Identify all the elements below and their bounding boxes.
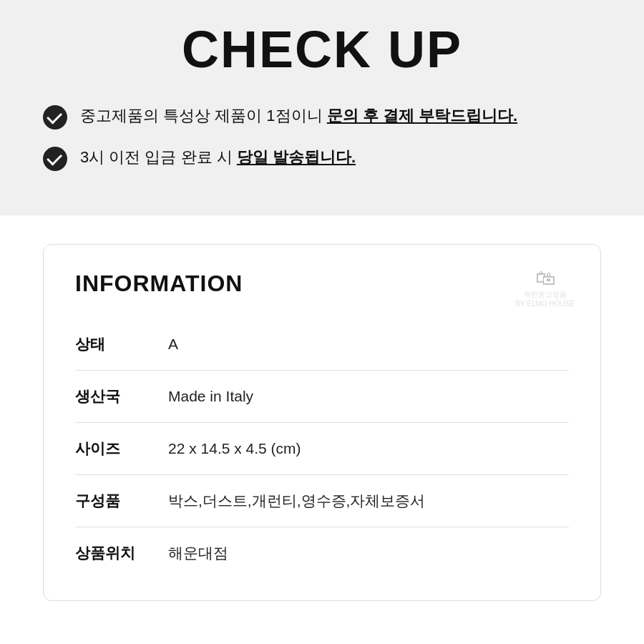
- table-row: 상태A: [75, 318, 569, 371]
- info-card: INFORMATION 🛍 착한중고명품 BY ELMO HOUSE 상태A생산…: [43, 244, 601, 601]
- check-icon-1: [43, 105, 67, 130]
- row-value-3: 박스,더스트,개런티,영수증,자체보증서: [168, 475, 569, 527]
- table-row: 구성품박스,더스트,개런티,영수증,자체보증서: [75, 475, 569, 527]
- check-icon-2: [43, 147, 67, 171]
- checklist-text-2: 3시 이전 입금 완료 시 당일 발송됩니다.: [80, 145, 356, 169]
- checklist: 중고제품의 특성상 제품이 1점이니 문의 후 결제 부탁드립니다. 3시 이전…: [43, 104, 601, 171]
- checklist-item-1: 중고제품의 특성상 제품이 1점이니 문의 후 결제 부탁드립니다.: [43, 104, 601, 130]
- page-title: CHECK UP: [43, 21, 601, 78]
- info-section: INFORMATION 🛍 착한중고명품 BY ELMO HOUSE 상태A생산…: [0, 215, 644, 630]
- row-value-2: 22 x 14.5 x 4.5 (cm): [168, 423, 569, 475]
- checklist-text-before-1: 중고제품의 특성상 제품이 1점이니: [80, 107, 327, 125]
- watermark: 🛍 착한중고명품 BY ELMO HOUSE: [515, 266, 575, 308]
- table-row: 사이즈22 x 14.5 x 4.5 (cm): [75, 423, 569, 475]
- watermark-line1: 착한중고명품: [515, 290, 575, 300]
- row-value-1: Made in Italy: [168, 371, 569, 423]
- checklist-text-bold-2: 당일 발송됩니다.: [237, 148, 356, 166]
- checklist-text-bold-1: 문의 후 결제 부탁드립니다.: [327, 107, 517, 125]
- row-label-1: 생산국: [75, 371, 168, 423]
- info-title: INFORMATION: [75, 270, 569, 297]
- row-label-4: 상품위치: [75, 527, 168, 580]
- row-label-3: 구성품: [75, 475, 168, 527]
- watermark-line2: BY ELMO HOUSE: [515, 300, 575, 308]
- table-row: 상품위치해운대점: [75, 527, 569, 580]
- row-value-4: 해운대점: [168, 527, 569, 580]
- header-section: CHECK UP 중고제품의 특성상 제품이 1점이니 문의 후 결제 부탁드립…: [0, 0, 644, 215]
- checklist-item-2: 3시 이전 입금 완료 시 당일 발송됩니다.: [43, 145, 601, 171]
- checklist-text-before-2: 3시 이전 입금 완료 시: [80, 148, 237, 166]
- checklist-text-1: 중고제품의 특성상 제품이 1점이니 문의 후 결제 부탁드립니다.: [80, 104, 517, 127]
- info-table: 상태A생산국Made in Italy사이즈22 x 14.5 x 4.5 (c…: [75, 318, 569, 579]
- row-label-2: 사이즈: [75, 423, 168, 475]
- watermark-icon: 🛍: [515, 266, 575, 290]
- row-label-0: 상태: [75, 318, 168, 371]
- table-row: 생산국Made in Italy: [75, 371, 569, 423]
- row-value-0: A: [168, 318, 569, 371]
